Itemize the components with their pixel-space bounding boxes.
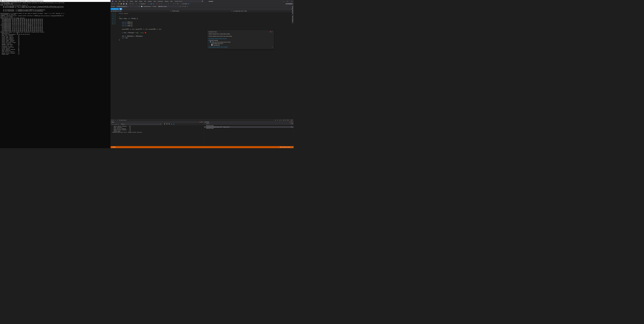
tab-label: example2.cpp: [111, 8, 118, 10]
save-all-icon[interactable]: 💾: [126, 3, 127, 4]
step-into-icon[interactable]: ↓: [166, 3, 167, 4]
step-out-icon[interactable]: ↑: [170, 3, 171, 4]
chevron-up-icon[interactable]: ▴: [291, 146, 291, 148]
tb-icon-3[interactable]: ▤: [153, 3, 154, 4]
break-checkbox[interactable]: [210, 41, 211, 42]
char-pos: Ch: 30: [282, 120, 286, 121]
exe-checkbox[interactable]: [212, 44, 212, 46]
menu-file[interactable]: File: [114, 0, 118, 2]
tab-close-icon[interactable]: ✕: [120, 8, 122, 10]
flag-icon[interactable]: ⚑: [182, 6, 184, 7]
thread-dropdown[interactable]: [888] Main Thread▾: [158, 6, 182, 7]
error-glyph-icon[interactable]: [145, 32, 146, 33]
search-box[interactable]: Search (Ctrl+Q) 🔍: [174, 0, 204, 2]
code-text[interactable]: #include <string.h> int main(int argc, c…: [118, 12, 294, 119]
callstack-row[interactable]: [External Code]: [204, 125, 294, 126]
tb-icon-2[interactable]: ▦: [150, 3, 152, 4]
show-next-icon[interactable]: →: [164, 3, 166, 4]
start-live-share-link[interactable]: Start Live Share session...: [215, 38, 228, 39]
copy-details-link[interactable]: Copy Details: [208, 38, 214, 39]
stop-icon[interactable]: ⏹: [158, 3, 160, 4]
zoom-level[interactable]: 111 %: [111, 120, 114, 121]
save-icon[interactable]: 💾: [123, 3, 125, 4]
live-share-label[interactable]: Live Share: [182, 3, 187, 4]
output-dropdown-icon[interactable]: ▾: [200, 122, 200, 122]
redo-icon[interactable]: ↷▾: [132, 3, 134, 4]
menu-extensions[interactable]: Extensions: [157, 0, 164, 2]
tb2-extra[interactable]: ▾: [186, 6, 188, 7]
menu-tools[interactable]: Tools: [153, 0, 157, 2]
lifecycle-label[interactable]: Lifecycle Events: [144, 6, 151, 7]
tb-extra-1[interactable]: ⟲: [173, 3, 174, 4]
cs-dropdown-icon[interactable]: ▾: [290, 122, 290, 122]
code-editor[interactable]: 1 2 3 4 5 6 7 8 9 10 11 12 13 14 15 16 1…: [110, 12, 294, 119]
callstack-row[interactable]: [External Code]: [204, 128, 294, 129]
output-tb-4[interactable]: ⊟: [171, 123, 172, 125]
menu-git[interactable]: Git: [126, 0, 129, 2]
console-titlebar[interactable]: C:\MSDN\cpp-docs-pr\docs\c-language\ASAN…: [0, 0, 110, 2]
restart-icon[interactable]: ⟳: [160, 3, 162, 4]
maximize-button[interactable]: ☐: [286, 0, 290, 3]
notifications-icon[interactable]: ◆: [292, 146, 293, 148]
menu-analyze[interactable]: Analyze: [147, 0, 152, 2]
output-tb-5[interactable]: ↵: [173, 123, 174, 125]
open-exc-settings-link[interactable]: Open Exception Settings: [208, 46, 220, 48]
tb-icon-1[interactable]: ▢: [148, 3, 150, 4]
continue-button[interactable]: ▶ Continue ▾: [139, 3, 146, 4]
stack-frame-icon[interactable]: ▥: [184, 6, 186, 7]
pin-icon[interactable]: 📌: [118, 8, 120, 10]
resize-grip-icon[interactable]: ◢: [272, 46, 272, 48]
solution-explorer-tab[interactable]: Solution Explorer: [292, 5, 294, 15]
cs-close-icon[interactable]: ✕: [292, 122, 293, 122]
tb-extra-3[interactable]: ⊞: [177, 3, 178, 4]
nav-scope[interactable]: (Global Scope)▾: [172, 10, 232, 12]
exc-close-icon[interactable]: ✕: [272, 31, 272, 32]
menu-view[interactable]: View: [122, 0, 126, 2]
console-output[interactable]: ==29708==ERROR: AddressSanitizer: global…: [0, 2, 110, 55]
collapse-icon[interactable]: ▾: [208, 40, 209, 41]
output-close-icon[interactable]: ✕: [202, 122, 204, 122]
menu-test[interactable]: Test: [143, 0, 147, 2]
add-source-control[interactable]: Add to Source Control: [280, 146, 290, 148]
menu-project[interactable]: Project: [129, 0, 134, 2]
cs-pin-icon[interactable]: 📌: [290, 122, 292, 122]
new-project-icon[interactable]: ◧▾: [118, 3, 120, 4]
open-file-icon[interactable]: 📂: [120, 3, 122, 4]
output-tb-2[interactable]: ≣: [166, 123, 168, 125]
menu-debug[interactable]: Debug: [138, 0, 143, 2]
config-dropdown[interactable]: ▾: [136, 3, 137, 4]
callstack-body[interactable]: [External Code] ➜example2.exe!main(int a…: [204, 125, 294, 146]
menu-window[interactable]: Window: [164, 0, 170, 2]
close-button[interactable]: ✕: [290, 0, 294, 3]
pause-icon[interactable]: ⏸: [156, 3, 158, 4]
process-dropdown[interactable]: [29708] example2.exe▾: [116, 6, 140, 7]
minimize-button[interactable]: —: [282, 0, 286, 3]
menu-build[interactable]: Build: [134, 0, 138, 2]
menu-edit[interactable]: Edit: [118, 0, 122, 2]
cs-col-name: Name: [206, 123, 290, 125]
bottom-panels: Output ▾ 📌 ✕ Show output from: Debug▾ ≣ …: [110, 121, 294, 146]
callstack-row[interactable]: ➜example2.exe!main(int argc, char * * ar…: [204, 126, 294, 128]
menu-help[interactable]: Help: [170, 0, 173, 2]
tab-example2[interactable]: example2.cpp 📌 ✕: [110, 8, 122, 10]
edit-conditions-link[interactable]: Edit Conditions: [221, 46, 228, 48]
lifecycle-icon[interactable]: 🔄: [141, 6, 143, 7]
int-preview-badge[interactable]: INT PREVIEW: [285, 3, 293, 4]
forward-button[interactable]: ►: [114, 3, 116, 4]
output-pin-icon[interactable]: 📌: [200, 122, 202, 122]
live-share-icon[interactable]: ⇲: [180, 3, 182, 4]
nav-member[interactable]: ◉main(int argc, char ** argv)▾: [232, 10, 294, 12]
tb-extra-2[interactable]: ⌖: [175, 3, 176, 4]
feedback-icon[interactable]: 👤: [188, 3, 190, 4]
output-tb-3[interactable]: ≣: [168, 123, 170, 125]
back-button[interactable]: ◄ ▾: [111, 3, 114, 4]
output-tb-1[interactable]: ≣: [164, 123, 166, 125]
nav-project[interactable]: ▣Miscellaneous Files▾: [110, 10, 172, 12]
solution-name[interactable]: example2: [207, 0, 214, 2]
output-text[interactable]: Intra object redzone: bb ASan internal: …: [110, 125, 204, 146]
exc-pin-icon[interactable]: 📌: [270, 31, 271, 32]
step-over-icon[interactable]: ↷: [168, 3, 170, 4]
output-source-dropdown[interactable]: Debug▾: [120, 123, 162, 125]
team-explorer-tab[interactable]: Team Explorer: [292, 15, 294, 24]
undo-icon[interactable]: ↶▾: [129, 3, 131, 4]
